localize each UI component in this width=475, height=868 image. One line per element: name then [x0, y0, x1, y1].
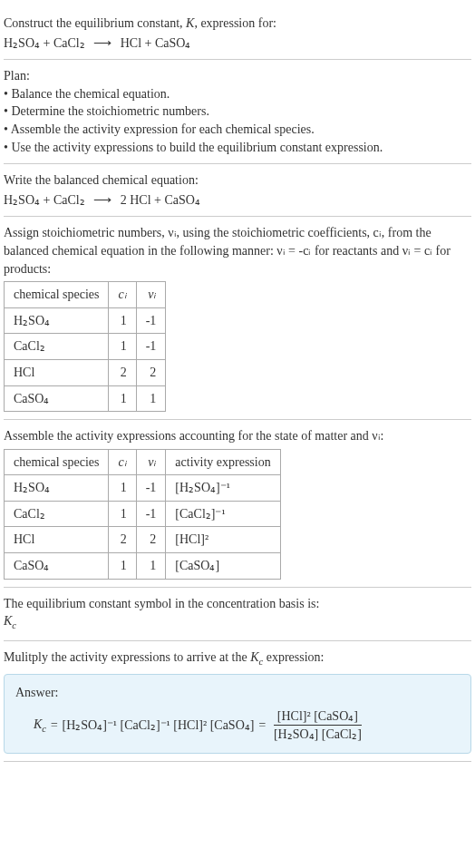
cell-species: CaSO₄	[5, 553, 109, 580]
cell-ci: 2	[109, 359, 136, 385]
cell-species: H₂SO₄	[5, 307, 109, 334]
cell-vi: 2	[136, 359, 166, 385]
cell-ci: 2	[109, 527, 136, 553]
balanced-section: Write the balanced chemical equation: H₂…	[4, 164, 471, 217]
cell-ci: 1	[109, 475, 136, 502]
kc-flat: [H₂SO₄]⁻¹ [CaCl₂]⁻¹ [HCl]² [CaSO₄]	[62, 717, 254, 735]
kc-symbol-text: The equilibrium constant symbol in the c…	[4, 595, 471, 613]
activity-table: chemical species cᵢ νᵢ activity expressi…	[4, 449, 281, 580]
cell-ci: 1	[109, 553, 136, 580]
frac-denominator: [H₂SO₄] [CaCl₂]	[270, 726, 365, 744]
plan-item: Assemble the activity expression for eac…	[4, 121, 471, 139]
plan-title: Plan:	[4, 67, 471, 85]
cell-ci: 1	[109, 307, 136, 334]
frac-numerator: [HCl]² [CaSO₄]	[274, 707, 362, 727]
cell-vi: 2	[136, 527, 166, 553]
plan-item: Balance the chemical equation.	[4, 85, 471, 103]
cell-species: CaCl₂	[5, 334, 109, 360]
table-row: CaCl₂ 1 -1 [CaCl₂]⁻¹	[5, 501, 281, 527]
table-header-row: chemical species cᵢ νᵢ	[5, 282, 166, 308]
prompt-text: Construct the equilibrium constant, K, e…	[4, 15, 471, 33]
cell-expr: [HCl]²	[166, 527, 280, 553]
cell-species: HCl	[5, 359, 109, 385]
arrow-icon: ⟶	[93, 36, 111, 50]
table-row: HCl 2 2 [HCl]²	[5, 527, 281, 553]
table-row: H₂SO₄ 1 -1	[5, 307, 166, 334]
multiply-intro: Mulitply the activity expressions to arr…	[4, 649, 471, 668]
cell-species: CaCl₂	[5, 501, 109, 527]
kc-expression: Kc = [H₂SO₄]⁻¹ [CaCl₂]⁻¹ [HCl]² [CaSO₄] …	[15, 707, 460, 744]
plan-section: Plan: Balance the chemical equation. Det…	[4, 60, 471, 164]
table-row: CaSO₄ 1 1	[5, 385, 166, 412]
col-ci: cᵢ	[109, 282, 136, 308]
table-header-row: chemical species cᵢ νᵢ activity expressi…	[5, 449, 281, 475]
bal-rhs: 2 HCl + CaSO₄	[121, 193, 200, 207]
prompt-section: Construct the equilibrium constant, K, e…	[4, 7, 471, 60]
kc-fraction: [HCl]² [CaSO₄] [H₂SO₄] [CaCl₂]	[270, 707, 365, 744]
equals-sign: =	[50, 717, 58, 735]
cell-ci: 1	[109, 385, 136, 412]
stoich-section: Assign stoichiometric numbers, νᵢ, using…	[4, 217, 471, 420]
activity-intro: Assemble the activity expressions accoun…	[4, 427, 471, 445]
arrow-icon: ⟶	[93, 193, 111, 207]
cell-expr: [CaSO₄]	[166, 553, 280, 580]
plan-item: Use the activity expressions to build th…	[4, 139, 471, 157]
kc-symbol-section: The equilibrium constant symbol in the c…	[4, 588, 471, 641]
cell-vi: -1	[136, 475, 166, 502]
bal-lhs: H₂SO₄ + CaCl₂	[4, 193, 85, 207]
cell-species: H₂SO₄	[5, 475, 109, 502]
answer-label: Answer:	[15, 684, 460, 702]
cell-expr: [CaCl₂]⁻¹	[166, 501, 280, 527]
col-ci: cᵢ	[109, 449, 136, 475]
cell-ci: 1	[109, 501, 136, 527]
cell-vi: 1	[136, 385, 166, 412]
table-row: CaCl₂ 1 -1	[5, 334, 166, 360]
answer-box: Answer: Kc = [H₂SO₄]⁻¹ [CaCl₂]⁻¹ [HCl]² …	[4, 674, 471, 754]
activity-section: Assemble the activity expressions accoun…	[4, 420, 471, 588]
initial-equation: H₂SO₄ + CaCl₂ ⟶ HCl + CaSO₄	[4, 34, 471, 53]
cell-vi: -1	[136, 307, 166, 334]
stoich-table: chemical species cᵢ νᵢ H₂SO₄ 1 -1 CaCl₂ …	[4, 281, 166, 412]
table-row: CaSO₄ 1 1 [CaSO₄]	[5, 553, 281, 580]
col-species: chemical species	[5, 282, 109, 308]
cell-vi: -1	[136, 501, 166, 527]
balanced-equation: H₂SO₄ + CaCl₂ ⟶ 2 HCl + CaSO₄	[4, 191, 471, 210]
cell-vi: -1	[136, 334, 166, 360]
plan-list: Balance the chemical equation. Determine…	[4, 85, 471, 156]
answer-section: Mulitply the activity expressions to arr…	[4, 641, 471, 762]
cell-species: HCl	[5, 527, 109, 553]
prompt-prefix: Construct the equilibrium constant, K, e…	[4, 16, 276, 30]
kc-symbol: Kc	[4, 612, 471, 632]
col-vi: νᵢ	[136, 282, 166, 308]
cell-expr: [H₂SO₄]⁻¹	[166, 475, 280, 502]
eq-lhs: H₂SO₄ + CaCl₂	[4, 36, 85, 50]
stoich-intro: Assign stoichiometric numbers, νᵢ, using…	[4, 224, 471, 278]
col-species: chemical species	[5, 449, 109, 475]
table-row: HCl 2 2	[5, 359, 166, 385]
table-row: H₂SO₄ 1 -1 [H₂SO₄]⁻¹	[5, 475, 281, 502]
kc-var: Kc	[34, 716, 46, 736]
equals-sign: =	[257, 717, 266, 735]
cell-ci: 1	[109, 334, 136, 360]
cell-species: CaSO₄	[5, 385, 109, 412]
col-expr: activity expression	[166, 449, 280, 475]
cell-vi: 1	[136, 553, 166, 580]
plan-item: Determine the stoichiometric numbers.	[4, 102, 471, 121]
col-vi: νᵢ	[136, 449, 166, 475]
eq-rhs: HCl + CaSO₄	[121, 36, 191, 50]
balanced-title: Write the balanced chemical equation:	[4, 171, 471, 190]
